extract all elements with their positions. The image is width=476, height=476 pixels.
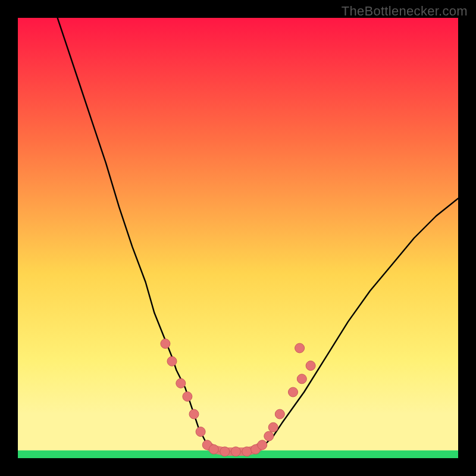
data-marker	[275, 409, 284, 419]
data-marker	[209, 444, 218, 454]
data-marker	[306, 361, 315, 371]
data-marker	[167, 356, 177, 366]
data-marker	[231, 447, 240, 456]
chart-frame: TheBottlenecker.com	[0, 0, 476, 476]
data-marker	[258, 440, 267, 450]
data-marker	[297, 374, 306, 384]
data-marker	[189, 409, 199, 419]
data-marker	[220, 447, 230, 456]
data-marker	[295, 343, 305, 353]
data-marker	[264, 431, 274, 441]
data-marker	[268, 422, 278, 432]
plot-area	[18, 18, 458, 458]
data-marker	[176, 378, 186, 388]
data-marker	[242, 447, 252, 456]
data-marker	[161, 339, 170, 349]
gradient-background	[18, 18, 458, 458]
watermark-label: TheBottlenecker.com	[342, 4, 468, 19]
bottleneck-chart	[18, 18, 458, 458]
data-marker	[183, 392, 192, 401]
data-marker	[289, 387, 298, 397]
data-marker	[196, 427, 205, 437]
